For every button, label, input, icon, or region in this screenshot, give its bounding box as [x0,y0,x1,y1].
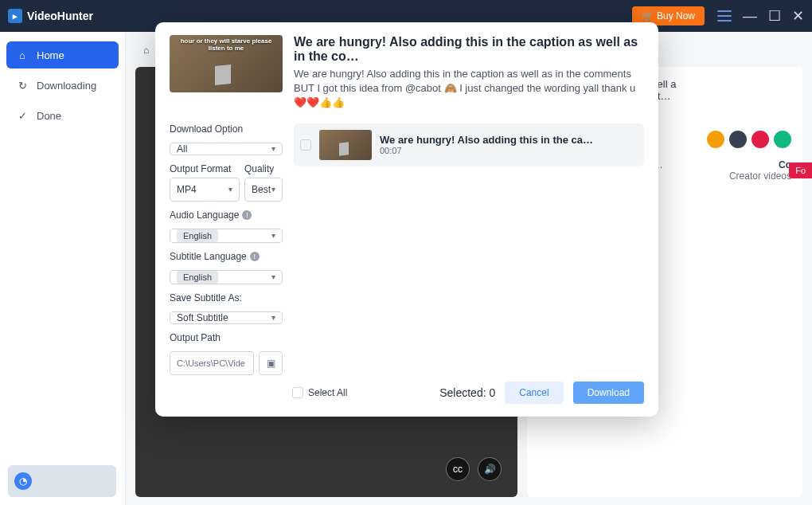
chevron-down-icon: ▾ [271,313,275,322]
app-name: VideoHunter [27,10,93,22]
chevron-down-icon: ▾ [271,272,275,281]
output-path-field[interactable]: C:\Users\PC\Vide [170,351,254,375]
corner-widget[interactable]: ◔ [8,465,116,497]
logo-icon: ▸ [8,9,22,23]
result-thumbnail [319,130,372,160]
select-output-format[interactable]: MP4▾ [170,178,240,202]
folder-icon: ▣ [267,358,275,369]
cancel-button[interactable]: Cancel [505,382,563,404]
chevron-down-icon: ▾ [271,185,275,194]
results-list: We are hungry! Also adding this in the c… [294,123,644,375]
select-download-option[interactable]: All▾ [170,143,283,155]
home-tab-icon: ⌂ [143,45,149,56]
select-subtitle-language[interactable]: English▾ [170,270,283,284]
select-all-checkbox[interactable]: Select All [292,387,347,398]
label-save-subtitle: Save Subtitle As: [170,292,283,303]
share-circle-3[interactable] [751,131,769,148]
corner-icon: ◔ [14,472,32,490]
modal-footer: Select All Selected: 0 Cancel Download [170,375,644,404]
captions-icon[interactable]: cc [446,457,470,481]
tab-home[interactable]: ⌂ [135,41,157,59]
chevron-down-icon: ▾ [228,185,232,194]
modal-title: We are hungry! Also adding this in the c… [294,35,644,64]
sidebar: ⌂ Home ↻ Downloading ✓ Done ◔ [0,32,126,505]
home-icon: ⌂ [16,49,29,61]
download-button[interactable]: Download [573,382,644,404]
chevron-down-icon: ▾ [271,231,275,240]
app-logo: ▸ VideoHunter [8,9,93,23]
result-title: We are hungry! Also adding this in the c… [380,134,638,146]
cart-icon: 🛒 [642,10,654,22]
options-panel: Download Option All▾ Output Format Quali… [170,123,283,375]
result-checkbox[interactable] [300,139,311,151]
share-circle-1[interactable] [707,131,724,148]
label-audio-language: Audio Language ! [170,209,283,221]
result-item[interactable]: We are hungry! Also adding this in the c… [294,123,644,166]
follow-button[interactable]: Fo [789,162,812,178]
minimize-icon[interactable]: — [743,8,757,25]
modal-thumbnail: hour or they will starve please listen t… [170,35,283,92]
select-quality[interactable]: Best▾ [244,178,283,202]
label-download-option: Download Option [170,123,283,135]
share-circle-4[interactable] [774,131,791,148]
close-icon[interactable]: ✕ [792,7,804,25]
done-icon: ✓ [16,109,29,122]
label-output-path: Output Path [170,332,283,343]
sidebar-item-home[interactable]: ⌂ Home [6,41,119,69]
chevron-down-icon: ▾ [271,144,275,153]
select-save-subtitle[interactable]: Soft Subtitle▾ [170,311,283,324]
volume-icon[interactable]: 🔊 [478,457,502,481]
downloading-icon: ↻ [16,79,29,92]
share-circle-2[interactable] [729,131,747,148]
modal-description: We are hungry! Also adding this in the c… [294,67,644,111]
sidebar-item-done[interactable]: ✓ Done [6,102,119,129]
label-output-format: Output Format [170,163,240,174]
browse-folder-button[interactable]: ▣ [259,351,283,375]
select-audio-language[interactable]: English▾ [170,229,283,243]
label-quality: Quality [244,163,283,174]
info-icon[interactable]: ! [242,210,252,220]
maximize-icon[interactable]: ☐ [768,7,781,25]
menu-icon[interactable] [717,10,732,22]
selected-count: Selected: 0 [439,386,495,399]
download-modal: hour or they will starve please listen t… [155,22,658,417]
label-subtitle-language: Subtitle Language ! [170,251,283,262]
sidebar-item-downloading[interactable]: ↻ Downloading [6,72,119,99]
result-duration: 00:07 [380,146,638,155]
info-icon[interactable]: ! [250,252,260,261]
